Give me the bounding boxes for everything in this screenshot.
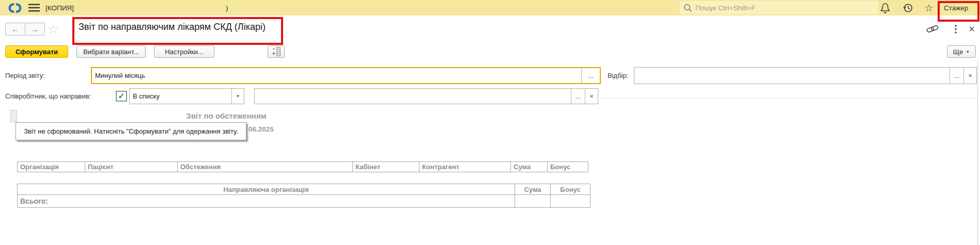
grouping-level-button[interactable] (268, 45, 285, 58)
1c-logo-icon[interactable] (4, 0, 25, 15)
total-bonus-cell (550, 194, 590, 208)
header-cell-patient: Пацієнт (85, 161, 178, 172)
forward-button[interactable]: → (25, 23, 45, 36)
selection-field: ... × (634, 67, 977, 84)
employee-clear-button[interactable]: × (585, 89, 598, 104)
summary-sum-header: Сума (515, 184, 551, 195)
scroll-edge[interactable] (977, 60, 978, 245)
user-badge[interactable]: Стажер (944, 0, 968, 15)
total-label-cell: Всього: (17, 194, 515, 208)
search-input[interactable] (695, 4, 875, 12)
employee-condition-combobox: ▼ (129, 88, 244, 104)
report-table-header-row: Організація Пацієнт Обстеження Кабінет К… (17, 161, 588, 172)
history-icon[interactable] (901, 0, 914, 15)
header-cell-bonus: Бонус (547, 161, 588, 172)
employee-filter-checkbox[interactable]: ✓ (116, 91, 127, 102)
summary-table-total-row: Всього: (17, 194, 590, 208)
employee-choose-button[interactable]: ... (571, 89, 585, 104)
header-cell-examination: Обстеження (177, 161, 353, 172)
generate-button[interactable]: Сформувати (5, 45, 68, 58)
summary-group-header: Направляюча організація (17, 184, 515, 195)
global-search[interactable] (680, 1, 878, 14)
total-sum-cell (515, 194, 551, 208)
employee-field: ... × (254, 88, 598, 104)
checkmark-icon: ✓ (118, 91, 125, 101)
close-icon[interactable]: × (966, 24, 978, 34)
window-title-suffix: ) (226, 0, 228, 15)
favorite-toggle-star-icon[interactable]: ☆ (48, 22, 59, 37)
settings-button[interactable]: Настройки... (154, 45, 214, 58)
window-title: [КОПИЯ] (45, 0, 74, 15)
app-window: [КОПИЯ] ) ☆ Стажер (0, 0, 980, 245)
select-variant-button[interactable]: Вибрати варіант... (76, 45, 146, 58)
summary-table-header-row: Направляюча організація Сума Бонус (17, 184, 590, 195)
report-period-fragment: 06.2025 (248, 125, 274, 133)
header-cell-cabinet: Кабінет (352, 161, 419, 172)
selection-label: Відбір: (608, 72, 628, 79)
header-cell-sum: Сума (510, 161, 548, 172)
period-input[interactable] (92, 68, 581, 83)
period-label: Період звіту: (5, 72, 45, 79)
report-title: Звіт по обстеженням (186, 111, 267, 120)
more-actions-label: Ще (953, 48, 963, 56)
employee-condition-dropdown-button[interactable]: ▼ (231, 89, 244, 104)
grouping-icon (271, 46, 282, 57)
summary-bonus-header: Бонус (550, 184, 590, 195)
topbar: [КОПИЯ] ) ☆ Стажер (0, 0, 980, 15)
get-link-icon[interactable] (926, 24, 939, 34)
main-menu-icon[interactable] (27, 0, 41, 15)
notifications-bell-icon[interactable] (879, 0, 891, 15)
selection-input[interactable] (634, 68, 950, 84)
selection-choose-button[interactable]: ... (950, 68, 963, 84)
report-not-generated-tooltip: Звіт не сформований. Натисніть "Сформува… (15, 122, 246, 140)
header-cell-organization: Організація (17, 161, 85, 172)
spreadsheet-corner-cell (10, 110, 17, 122)
employee-label: Співробітник, що направив: (5, 92, 91, 100)
employee-condition-input[interactable] (130, 89, 231, 104)
chevron-down-icon: ▼ (966, 50, 970, 54)
favorites-star-icon[interactable]: ☆ (923, 0, 935, 15)
more-menu-icon[interactable] (950, 24, 962, 34)
period-field: ... (91, 67, 601, 84)
panel-separator (602, 98, 977, 99)
selection-clear-button[interactable]: × (963, 68, 976, 84)
header-cell-counterparty: Контрагент (419, 161, 511, 172)
more-actions-button[interactable]: Ще ▼ (947, 45, 976, 58)
back-button[interactable]: ← (5, 23, 25, 36)
search-icon (683, 4, 692, 12)
page-title: Звіт по направляючим лікарям СКД (Лікарі… (79, 22, 266, 32)
employee-input[interactable] (255, 89, 571, 104)
period-choose-button[interactable]: ... (581, 68, 600, 83)
